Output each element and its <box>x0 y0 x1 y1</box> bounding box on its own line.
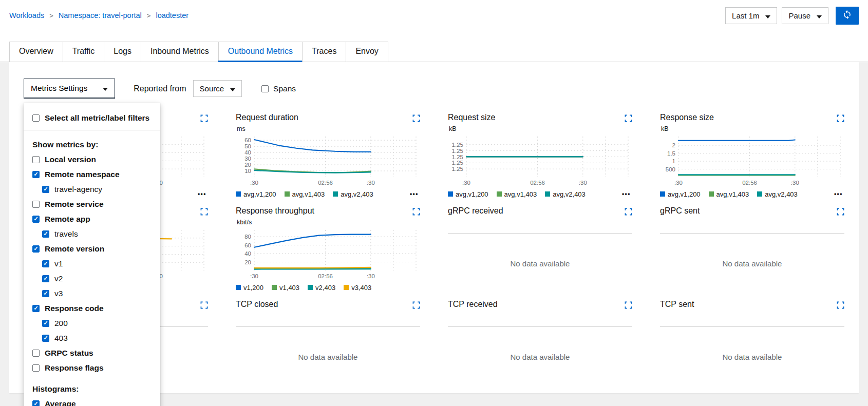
legend-swatch <box>333 191 338 197</box>
checkbox <box>42 275 49 282</box>
chart-header: TCP closed <box>236 300 420 312</box>
legend-item-avg-v2-403: avg,v2,403 <box>757 190 798 198</box>
checkbox <box>42 260 49 267</box>
kebab-menu-button[interactable]: ••• <box>198 190 208 198</box>
refresh-button[interactable] <box>836 7 859 25</box>
expand-icon[interactable] <box>412 300 420 309</box>
content-area: Metrics Settings Reported from Source Sp… <box>0 62 868 393</box>
expand-icon[interactable] <box>837 300 844 309</box>
tab-logs[interactable]: Logs <box>104 42 141 62</box>
tab-overview[interactable]: Overview <box>9 42 63 62</box>
empty-chart-area: No data available <box>448 326 632 387</box>
filter-option-grpc-status[interactable]: GRPC status <box>24 345 160 360</box>
filter-option-remote-version[interactable]: Remote version <box>24 241 160 256</box>
reported-from-label: Reported from <box>134 84 186 93</box>
filter-option-remote-namespace[interactable]: Remote namespace <box>24 167 160 182</box>
svg-text::30: :30 <box>250 180 258 186</box>
expand-icon[interactable] <box>625 206 632 216</box>
filter-option-label: v3 <box>54 288 63 299</box>
tab-outbound-metrics[interactable]: Outbound Metrics <box>218 42 303 62</box>
reported-from-dropdown[interactable]: Source <box>193 80 242 97</box>
svg-text:30: 30 <box>244 156 251 162</box>
chart-title: Request size <box>448 113 496 122</box>
chart-unit-label: kB <box>448 125 632 133</box>
legend-swatch <box>545 191 550 197</box>
filter-option-average[interactable]: Average <box>24 396 160 406</box>
legend-label: avg,v1,200 <box>243 190 276 198</box>
chart-plot-svg: 605040302010:3002:56:30 <box>236 133 420 188</box>
breadcrumb-link-workloads[interactable]: Workloads <box>9 11 44 20</box>
expand-icon[interactable] <box>412 113 420 122</box>
chart-header: Request size <box>448 113 632 125</box>
svg-text:40: 40 <box>244 149 251 156</box>
metrics-settings-dropdown[interactable]: Metrics Settings <box>24 79 115 99</box>
duration-dropdown[interactable]: Last 1m <box>725 7 777 24</box>
expand-icon[interactable] <box>200 206 208 216</box>
filter-option-v1[interactable]: v1 <box>24 256 160 271</box>
filter-option-response-flags[interactable]: Response flags <box>24 360 160 375</box>
filter-option-travels[interactable]: travels <box>24 226 160 241</box>
legend-item-v1-403: v1,403 <box>272 284 299 292</box>
chart-header: Request duration <box>236 113 420 125</box>
filter-option-v3[interactable]: v3 <box>24 286 160 301</box>
checkbox <box>42 230 49 238</box>
breadcrumb-link-loadtester[interactable]: loadtester <box>156 11 188 20</box>
expand-icon[interactable] <box>837 206 844 216</box>
spans-checkbox[interactable]: Spans <box>261 84 296 93</box>
tab-envoy[interactable]: Envoy <box>346 42 388 62</box>
filter-option-label: Local version <box>45 154 96 165</box>
menu-heading-histograms: Histograms: <box>24 375 160 396</box>
chart-title: Response throughput <box>236 206 314 216</box>
chart-plot: 605040302010:3002:56:30 <box>236 133 420 188</box>
filter-option-label: v1 <box>54 258 63 269</box>
filter-option-v2[interactable]: v2 <box>24 271 160 286</box>
filter-option-200[interactable]: 200 <box>24 316 160 331</box>
tab-traffic[interactable]: Traffic <box>63 42 105 62</box>
chart-plot: 1.251.251.251.251.25:3002:56:30 <box>448 133 632 188</box>
kebab-menu-button[interactable]: ••• <box>834 190 844 198</box>
filter-option-remote-service[interactable]: Remote service <box>24 197 160 211</box>
kebab-menu-button[interactable]: ••• <box>622 190 632 198</box>
filter-option-travel-agency[interactable]: travel-agency <box>24 182 160 197</box>
filter-option-select-all-metric-label-filters[interactable]: Select all metric/label filters <box>24 110 160 125</box>
expand-icon[interactable] <box>625 300 632 309</box>
legend-item-v3-403: v3,403 <box>344 284 371 292</box>
filter-option-remote-app[interactable]: Remote app <box>24 211 160 226</box>
chart-card-request-size: Request sizekB1.251.251.251.251.25:3002:… <box>448 113 632 200</box>
kebab-menu-button[interactable]: ••• <box>410 190 420 198</box>
filter-option-label: 200 <box>54 318 68 328</box>
expand-icon[interactable] <box>412 206 420 216</box>
tab-traces[interactable]: Traces <box>302 42 346 62</box>
checkbox <box>42 320 49 327</box>
legend-label: avg,v2,403 <box>553 190 586 198</box>
expand-icon[interactable] <box>200 300 208 309</box>
filter-option-response-code[interactable]: Response code <box>24 301 160 316</box>
tab-bar: OverviewTrafficLogsInbound MetricsOutbou… <box>0 31 868 62</box>
filter-option-local-version[interactable]: Local version <box>24 152 160 167</box>
svg-text::30: :30 <box>674 180 683 186</box>
chart-card-grpc-received: gRPC receivedNo data available <box>448 206 632 294</box>
pause-dropdown[interactable]: Pause <box>782 7 828 24</box>
chart-legend: avg,v1,200avg,v1,403avg,v2,403••• <box>448 188 632 200</box>
checkbox <box>32 364 40 372</box>
svg-text:02:56: 02:56 <box>318 273 333 279</box>
legend-label: v1,200 <box>243 284 263 292</box>
legend-swatch <box>709 191 714 197</box>
no-data-label: No data available <box>511 353 570 361</box>
expand-icon[interactable] <box>625 113 632 122</box>
svg-text:02:56: 02:56 <box>742 180 757 186</box>
filter-option-403[interactable]: 403 <box>24 331 160 345</box>
chart-header: TCP received <box>448 300 632 312</box>
filter-option-label: Average <box>45 398 76 406</box>
checkbox <box>32 350 40 357</box>
tab-inbound-metrics[interactable]: Inbound Metrics <box>141 42 219 62</box>
no-data-label: No data available <box>298 353 358 361</box>
expand-icon[interactable] <box>200 113 208 122</box>
breadcrumb-link-namespace-travel-portal[interactable]: Namespace: travel-portal <box>59 11 142 20</box>
caret-down-icon <box>765 11 770 20</box>
legend-swatch <box>448 191 453 197</box>
expand-icon[interactable] <box>837 113 844 122</box>
svg-text:60: 60 <box>244 137 251 143</box>
checkbox <box>32 216 40 223</box>
svg-text:1.25: 1.25 <box>452 148 463 154</box>
